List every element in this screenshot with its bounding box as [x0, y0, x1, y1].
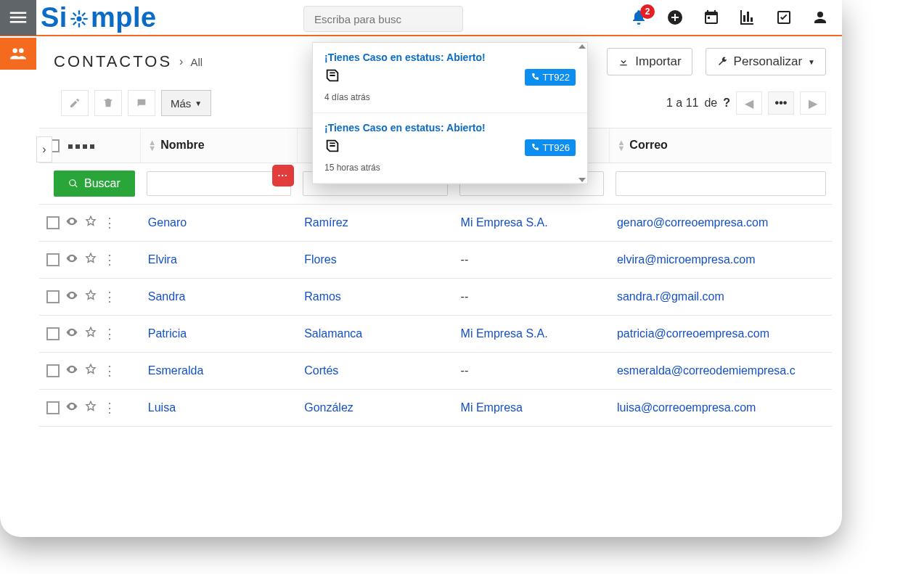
reports-button[interactable] — [739, 9, 756, 26]
table-row[interactable]: ⋮ Elvira Flores -- elvira@microempresa.c… — [39, 241, 832, 278]
col-firstname[interactable]: ▲▼ Nombre — [141, 128, 297, 163]
cell-lastname[interactable]: Salamanca — [297, 315, 453, 352]
svg-rect-2 — [78, 23, 80, 28]
notification-tag[interactable]: TT926 — [525, 139, 576, 156]
calendar-button[interactable] — [703, 9, 720, 26]
cell-email[interactable]: elvira@microempresa.com — [610, 241, 832, 278]
cell-email[interactable]: luisa@correoempresa.com — [610, 389, 832, 426]
scroll-down-icon[interactable] — [578, 178, 586, 182]
check-square-icon — [775, 9, 793, 26]
scroll-up-icon[interactable] — [578, 44, 586, 49]
cell-company[interactable]: -- — [454, 241, 610, 278]
table-row[interactable]: ⋮ Luisa González Mi Empresa luisa@correo… — [39, 389, 832, 426]
search-button[interactable]: Buscar — [54, 171, 135, 197]
cell-company[interactable]: -- — [454, 278, 610, 315]
cell-firstname[interactable]: Elvira — [141, 241, 297, 278]
table-row[interactable]: ⋮ Sandra Ramos -- sandra.r@gmail.com — [39, 278, 832, 315]
view-icon[interactable] — [65, 400, 78, 416]
pager: 1 a 11 de ? ◀ ••• ▶ — [666, 91, 826, 115]
filter-firstname[interactable] — [147, 171, 291, 196]
table-row[interactable]: ⋮ Patricia Salamanca Mi Empresa S.A. pat… — [39, 315, 832, 352]
cell-company[interactable]: Mi Empresa S.A. — [454, 204, 610, 241]
view-icon[interactable] — [65, 252, 78, 268]
pager-next[interactable]: ▶ — [800, 91, 826, 115]
row-menu-icon[interactable]: ⋮ — [103, 218, 116, 228]
cell-firstname[interactable]: Patricia — [141, 315, 297, 352]
row-checkbox[interactable] — [46, 216, 60, 229]
user-menu[interactable] — [811, 9, 829, 26]
cell-company[interactable]: -- — [454, 352, 610, 389]
caret-down-icon: ▼ — [195, 99, 202, 107]
cell-firstname[interactable]: Sandra — [141, 278, 297, 315]
top-icons: 2 — [630, 9, 829, 26]
star-icon[interactable] — [84, 400, 97, 416]
cell-lastname[interactable]: Flores — [297, 241, 453, 278]
notifications-button[interactable]: 2 — [630, 9, 647, 26]
trash-icon — [102, 97, 114, 109]
star-icon[interactable] — [84, 215, 97, 231]
star-icon[interactable] — [84, 326, 97, 342]
star-icon[interactable] — [84, 363, 97, 379]
row-menu-icon[interactable]: ⋮ — [103, 366, 116, 376]
plus-circle-icon — [666, 9, 684, 26]
view-toggle[interactable] — [68, 144, 94, 149]
caret-down-icon: ▼ — [808, 58, 815, 66]
row-checkbox[interactable] — [46, 401, 60, 414]
brand-logo[interactable]: Si mple — [41, 2, 157, 33]
cell-firstname[interactable]: Genaro — [141, 204, 297, 241]
cell-email[interactable]: genaro@correoempresa.com — [610, 204, 832, 241]
comment-button[interactable] — [128, 90, 155, 116]
notification-item[interactable]: ¡Tienes Caso en estatus: Abierto! TT922 … — [313, 43, 587, 113]
svg-rect-4 — [83, 18, 88, 20]
star-icon[interactable] — [84, 252, 97, 268]
view-icon[interactable] — [65, 363, 78, 379]
topbar: Si mple 2 — [0, 0, 842, 36]
view-icon[interactable] — [65, 215, 78, 231]
cell-lastname[interactable]: González — [297, 389, 453, 426]
cell-lastname[interactable]: Cortés — [297, 352, 453, 389]
cell-lastname[interactable]: Ramírez — [297, 204, 453, 241]
more-dropdown[interactable]: Más ▼ — [161, 90, 211, 116]
col-email[interactable]: ▲▼ Correo — [610, 128, 832, 163]
table-row[interactable]: ⋮ Genaro Ramírez Mi Empresa S.A. genaro@… — [39, 204, 832, 241]
cell-firstname[interactable]: Luisa — [141, 389, 297, 426]
cell-company[interactable]: Mi Empresa — [454, 389, 610, 426]
row-checkbox[interactable] — [46, 327, 60, 340]
notification-tag[interactable]: TT922 — [525, 69, 576, 86]
customize-button[interactable]: Personalizar ▼ — [706, 48, 826, 75]
notification-item[interactable]: ¡Tienes Caso en estatus: Abierto! TT926 … — [313, 113, 587, 184]
add-button[interactable] — [666, 9, 684, 26]
view-icon[interactable] — [65, 289, 78, 305]
pager-prev[interactable]: ◀ — [736, 91, 762, 115]
tasks-button[interactable] — [775, 9, 793, 26]
breadcrumb-view[interactable]: All — [190, 56, 203, 68]
row-menu-icon[interactable]: ⋮ — [103, 329, 116, 339]
row-checkbox[interactable] — [46, 364, 60, 377]
cell-email[interactable]: esmeralda@correodemiempresa.c — [610, 352, 832, 389]
global-search[interactable] — [303, 6, 463, 32]
menu-toggle[interactable] — [0, 0, 36, 36]
edit-button[interactable] — [61, 90, 89, 116]
expand-handle[interactable]: › — [36, 136, 52, 163]
chart-icon — [739, 9, 756, 26]
table-row[interactable]: ⋮ Esmeralda Cortés -- esmeralda@correode… — [39, 352, 832, 389]
view-icon[interactable] — [65, 326, 78, 342]
pager-of: de — [704, 97, 717, 110]
row-checkbox[interactable] — [46, 253, 60, 266]
search-input[interactable] — [314, 13, 452, 25]
delete-button[interactable] — [94, 90, 122, 116]
cell-lastname[interactable]: Ramos — [297, 278, 453, 315]
cell-email[interactable]: patricia@correoempresa.com — [610, 315, 832, 352]
filter-email[interactable] — [616, 171, 826, 196]
cell-email[interactable]: sandra.r@gmail.com — [610, 278, 832, 315]
star-icon[interactable] — [84, 289, 97, 305]
cell-company[interactable]: Mi Empresa S.A. — [454, 315, 610, 352]
row-menu-icon[interactable]: ⋮ — [103, 255, 116, 265]
pager-jump[interactable]: ••• — [768, 91, 794, 115]
filter-options-icon[interactable]: ••• — [272, 165, 294, 186]
row-menu-icon[interactable]: ⋮ — [103, 292, 116, 302]
row-checkbox[interactable] — [46, 290, 60, 303]
import-button[interactable]: Importar — [607, 48, 692, 75]
cell-firstname[interactable]: Esmeralda — [141, 352, 297, 389]
row-menu-icon[interactable]: ⋮ — [103, 403, 116, 413]
